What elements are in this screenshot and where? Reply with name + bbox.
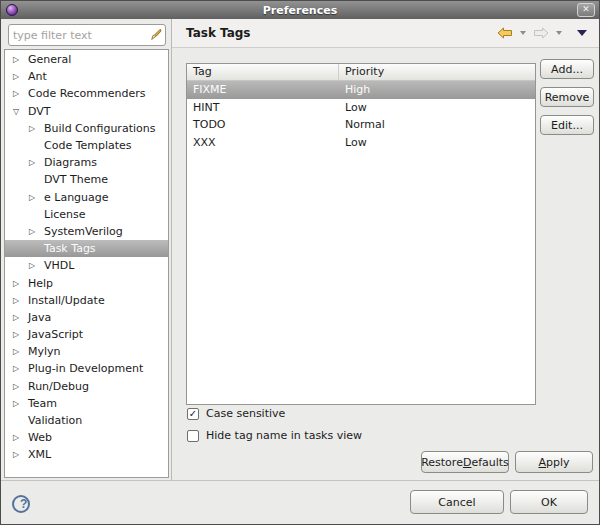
edit-button[interactable]: Edit... <box>540 115 594 135</box>
tree-collapsed-icon[interactable]: ▷ <box>13 313 28 322</box>
tree-collapsed-icon[interactable]: ▷ <box>13 55 28 64</box>
cell-priority: Low <box>339 101 535 114</box>
tree-item-license[interactable]: License <box>5 206 168 223</box>
tree-item-xml[interactable]: ▷XML <box>5 446 168 463</box>
back-arrow-icon[interactable] <box>497 27 513 39</box>
tree-item-plug-in-development[interactable]: ▷Plug-in Development <box>5 360 168 377</box>
tree-collapsed-icon[interactable]: ▷ <box>13 330 28 339</box>
tree-item-label: DVT Theme <box>44 173 108 186</box>
table-row-todo[interactable]: TODONormal <box>187 116 535 134</box>
tree-collapsed-icon[interactable]: ▷ <box>13 89 28 98</box>
tree-item-label: Web <box>28 431 52 444</box>
tree-item-validation[interactable]: Validation <box>5 412 168 429</box>
option-hide-tag-name-in-tasks-view[interactable]: Hide tag name in tasks view <box>187 429 362 442</box>
cancel-button[interactable]: Cancel <box>410 490 504 514</box>
tree-item-systemverilog[interactable]: ▷SystemVerilog <box>5 223 168 240</box>
tree-item-javascript[interactable]: ▷JavaScript <box>5 326 168 343</box>
cell-priority: Low <box>339 136 535 149</box>
tree-item-e-language[interactable]: ▷e Language <box>5 189 168 206</box>
tree-item-label: VHDL <box>44 259 74 272</box>
tree-item-label: Install/Update <box>28 294 105 307</box>
tree-item-team[interactable]: ▷Team <box>5 395 168 412</box>
page-title: Task Tags <box>186 26 497 40</box>
tree-item-mylyn[interactable]: ▷Mylyn <box>5 343 168 360</box>
restore-defaults-button[interactable]: Restore Defaults <box>421 451 509 473</box>
option-case-sensitive[interactable]: ✓Case sensitive <box>187 407 362 420</box>
tree-collapsed-icon[interactable]: ▷ <box>13 347 28 356</box>
tree-collapsed-icon[interactable]: ▷ <box>29 124 44 133</box>
tree-collapsed-icon[interactable]: ▷ <box>13 382 28 391</box>
tree-item-label: General <box>28 53 71 66</box>
panel-divider <box>171 19 172 480</box>
tree-item-dvt[interactable]: ▽DVT <box>5 103 168 120</box>
tree-item-label: JavaScript <box>28 328 83 341</box>
tree-item-label: Code Recommenders <box>28 87 146 100</box>
tree-collapsed-icon[interactable]: ▷ <box>29 193 44 202</box>
close-icon[interactable]: ✕ <box>577 3 595 17</box>
column-header-priority[interactable]: Priority <box>339 64 535 80</box>
tree-item-label: Java <box>28 311 51 324</box>
tree-collapsed-icon[interactable]: ▷ <box>13 433 28 442</box>
tree-item-java[interactable]: ▷Java <box>5 309 168 326</box>
help-icon[interactable]: ? <box>12 495 30 513</box>
table-row-xxx[interactable]: XXXLow <box>187 134 535 152</box>
tree-item-label: DVT <box>28 105 51 118</box>
back-history-chevron-icon[interactable] <box>520 31 526 35</box>
cell-tag: TODO <box>187 118 339 131</box>
tree-collapsed-icon[interactable]: ▷ <box>13 364 28 373</box>
tree-item-dvt-theme[interactable]: DVT Theme <box>5 171 168 188</box>
tree-item-web[interactable]: ▷Web <box>5 429 168 446</box>
preferences-dialog: Preferences ✕ ▷General▷Ant▷Code Recommen… <box>0 0 600 525</box>
option-label: Case sensitive <box>206 407 285 420</box>
tree-item-code-templates[interactable]: Code Templates <box>5 137 168 154</box>
tree-item-label: Validation <box>28 414 82 427</box>
cell-tag: XXX <box>187 136 339 149</box>
forward-history-chevron-icon[interactable] <box>556 31 562 35</box>
clear-filter-brush-icon[interactable] <box>147 28 162 43</box>
tree-item-label: Task Tags <box>44 242 96 255</box>
tree-item-build-configurations[interactable]: ▷Build Configurations <box>5 120 168 137</box>
tree-item-run-debug[interactable]: ▷Run/Debug <box>5 378 168 395</box>
tree-item-label: License <box>44 208 85 221</box>
add-button[interactable]: Add... <box>540 59 594 79</box>
tree-item-ant[interactable]: ▷Ant <box>5 68 168 85</box>
view-menu-icon[interactable] <box>577 30 587 36</box>
apply-button[interactable]: Apply <box>515 451 593 473</box>
tree-collapsed-icon[interactable]: ▷ <box>13 72 28 81</box>
tree-item-diagrams[interactable]: ▷Diagrams <box>5 154 168 171</box>
tree-collapsed-icon[interactable]: ▷ <box>29 261 44 270</box>
tree-item-help[interactable]: ▷Help <box>5 274 168 291</box>
remove-button[interactable]: Remove <box>540 87 594 107</box>
tree-item-vhdl[interactable]: ▷VHDL <box>5 257 168 274</box>
tree-collapsed-icon[interactable]: ▷ <box>13 399 28 408</box>
filter-box <box>8 24 166 46</box>
checkbox-checked-icon[interactable]: ✓ <box>187 408 199 420</box>
table-row-fixme[interactable]: FIXMEHigh <box>187 81 535 99</box>
table-actions: Add... Remove Edit... <box>540 59 594 135</box>
tree-collapsed-icon[interactable]: ▷ <box>13 279 28 288</box>
ok-button[interactable]: OK <box>510 490 588 514</box>
task-tags-table[interactable]: Tag Priority FIXMEHighHINTLowTODONormalX… <box>186 63 536 405</box>
tree-item-install-update[interactable]: ▷Install/Update <box>5 292 168 309</box>
tree-item-label: SystemVerilog <box>44 225 123 238</box>
cell-tag: FIXME <box>187 83 339 96</box>
tree-item-code-recommenders[interactable]: ▷Code Recommenders <box>5 85 168 102</box>
tree-item-label: Code Templates <box>44 139 132 152</box>
tree-collapsed-icon[interactable]: ▷ <box>29 158 44 167</box>
forward-arrow-icon[interactable] <box>533 27 549 39</box>
titlebar[interactable]: Preferences ✕ <box>1 1 599 19</box>
window-title: Preferences <box>1 4 599 17</box>
checkbox-unchecked-icon[interactable] <box>187 430 199 442</box>
filter-input[interactable] <box>9 29 147 42</box>
cell-priority: High <box>339 83 535 96</box>
tree-item-task-tags[interactable]: Task Tags <box>5 240 168 257</box>
tree-collapsed-icon[interactable]: ▷ <box>13 450 28 459</box>
column-header-tag[interactable]: Tag <box>187 64 339 80</box>
window-icon <box>6 4 18 16</box>
table-row-hint[interactable]: HINTLow <box>187 99 535 117</box>
tree-collapsed-icon[interactable]: ▷ <box>13 296 28 305</box>
tree-item-label: Run/Debug <box>28 380 89 393</box>
tree-collapsed-icon[interactable]: ▷ <box>29 227 44 236</box>
tree-expanded-icon[interactable]: ▽ <box>13 107 28 116</box>
tree-item-general[interactable]: ▷General <box>5 51 168 68</box>
